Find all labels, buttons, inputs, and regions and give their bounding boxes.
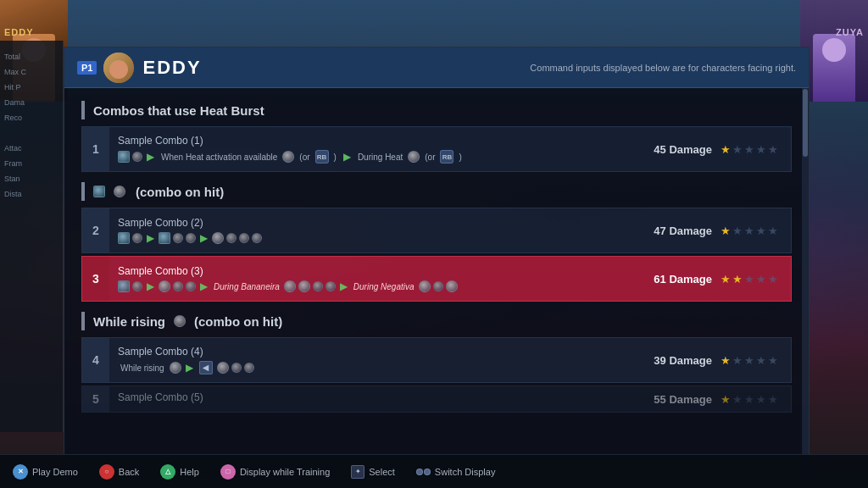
- help-label: Help: [180, 467, 199, 477]
- input-icon: [132, 233, 142, 243]
- combo-row-active[interactable]: 3 Sample Combo (3) ▶ ▶ During Bananeira: [81, 256, 792, 302]
- input-or2: (or: [425, 152, 435, 162]
- star-1: ★: [721, 273, 731, 286]
- section-bar: [81, 312, 85, 330]
- combo-number: 4: [82, 338, 109, 382]
- input-icon: [326, 281, 336, 291]
- character-name-left: EDDY: [4, 27, 34, 37]
- combo-list-heat-burst: 1 Sample Combo (1) ▶ When Heat activatio…: [81, 126, 792, 172]
- combo-stats: 47 Damage ★ ★ ★ ★ ★: [654, 225, 791, 237]
- bottom-switch-display[interactable]: Switch Display: [416, 467, 496, 477]
- input-icon: [298, 280, 310, 292]
- header-bar: P1 EDDY Command inputs displayed below a…: [64, 47, 809, 88]
- header-hint: Command inputs displayed below are for c…: [530, 63, 796, 73]
- combo-name: Sample Combo (1): [118, 135, 645, 147]
- arrow-icon: ▶: [200, 280, 208, 292]
- stat-attack: Attac: [4, 141, 58, 156]
- damage-value: 55 Damage: [654, 393, 712, 406]
- combo-content: Sample Combo (4) While rising ▶ ◀: [109, 341, 654, 380]
- input-icon: [313, 281, 323, 291]
- section-bar: [81, 101, 85, 119]
- x-button-icon: ✕: [13, 464, 28, 480]
- combo-stats: 61 Damage ★ ★ ★ ★ ★: [654, 273, 791, 286]
- star-5: ★: [768, 273, 778, 286]
- bottom-bar: ✕ Play Demo ○ Back △ Help □ Display whil…: [0, 454, 868, 488]
- section-heat-burst-header: Combos that use Heat Burst: [81, 101, 792, 119]
- bottom-help[interactable]: △ Help: [160, 464, 199, 480]
- scrollbar[interactable]: [802, 88, 809, 478]
- star-4: ★: [756, 393, 766, 406]
- damage-value: 61 Damage: [654, 273, 712, 286]
- input-icon: [284, 280, 296, 292]
- side-stats-panel: Total Max C Hit P Dama Reco Attac Fram S…: [0, 41, 64, 432]
- stat-max: Max C: [4, 64, 58, 80]
- arrow-icon: ▶: [340, 280, 348, 292]
- combo-inputs: ▶ When Heat activation available (or RB …: [118, 150, 645, 164]
- combo-inputs: ▶ ▶: [118, 232, 645, 244]
- star-2: ★: [732, 143, 743, 156]
- content-area: Combos that use Heat Burst 1 Sample Comb…: [64, 88, 809, 478]
- section-icon2: [114, 186, 125, 197]
- star-rating: ★ ★ ★ ★ ★: [721, 393, 778, 406]
- input-icon: [419, 280, 431, 292]
- combo-row[interactable]: 2 Sample Combo (2) ▶ ▶: [81, 208, 792, 253]
- combo-row[interactable]: 4 Sample Combo (4) While rising ▶ ◀ 39 D…: [81, 337, 792, 383]
- damage-value: 47 Damage: [654, 225, 712, 237]
- section-icon: [174, 315, 186, 327]
- star-rating: ★ ★ ★ ★ ★: [721, 143, 778, 156]
- damage-value: 39 Damage: [654, 354, 712, 367]
- combo-stats: 39 Damage ★ ★ ★ ★ ★: [654, 354, 791, 367]
- bottom-play-demo[interactable]: ✕ Play Demo: [13, 464, 78, 480]
- combo-number: 1: [82, 127, 109, 171]
- star-3: ★: [744, 143, 754, 156]
- stat-recovery: Reco: [4, 110, 58, 125]
- stat-total: Total: [4, 49, 58, 64]
- combo-list-combo-hit: 2 Sample Combo (2) ▶ ▶: [81, 208, 792, 302]
- bottom-back[interactable]: ○ Back: [99, 464, 139, 480]
- select-label: Select: [369, 467, 395, 477]
- star-1: ★: [721, 225, 731, 237]
- input-icon: [433, 281, 443, 291]
- stat-distance: Dista: [4, 186, 58, 202]
- star-3: ★: [744, 354, 754, 367]
- input-label: When Heat activation available: [161, 152, 277, 162]
- input-icon: [118, 280, 130, 292]
- arrow-icon: ▶: [343, 151, 351, 163]
- combo-inputs: While rising ▶ ◀: [118, 361, 645, 374]
- combo-inputs: ▶ ▶ During Bananeira ▶ During Negativa: [118, 280, 645, 292]
- section-while-rising-header: While rising (combo on hit): [81, 312, 792, 330]
- triangle-button-icon: △: [160, 464, 175, 480]
- combo-stats: 45 Damage ★ ★ ★ ★ ★: [654, 143, 791, 156]
- player-avatar-header: [103, 53, 134, 83]
- star-5: ★: [768, 393, 778, 406]
- star-4: ★: [756, 225, 766, 237]
- combo-name: Sample Combo (2): [118, 217, 645, 229]
- combo-row[interactable]: 1 Sample Combo (1) ▶ When Heat activatio…: [81, 126, 792, 172]
- while-rising-label: While rising: [120, 363, 164, 373]
- input-icon: [132, 281, 142, 291]
- combo-number: 2: [82, 208, 109, 252]
- section-bar: [81, 182, 85, 201]
- input-rb2-icon: RB: [440, 150, 453, 164]
- stat-hit: Hit P: [4, 80, 58, 95]
- switch-display-icons: [416, 469, 431, 475]
- star-3: ★: [744, 393, 754, 406]
- bottom-display-training[interactable]: □ Display while Training: [220, 464, 330, 480]
- player-name: EDDY: [142, 57, 201, 79]
- input-icon: [173, 233, 183, 243]
- arrow-icon: ▶: [200, 232, 208, 244]
- input-close-paren2: ): [459, 152, 461, 162]
- combo-row[interactable]: 5 Sample Combo (5) 55 Damage ★ ★ ★ ★ ★: [81, 385, 792, 413]
- combo-content: Sample Combo (2) ▶ ▶: [109, 212, 654, 249]
- input-icon: [170, 362, 181, 374]
- combo-list-while-rising: 4 Sample Combo (4) While rising ▶ ◀ 39 D…: [81, 337, 792, 413]
- combo-content: Sample Combo (1) ▶ When Heat activation …: [109, 130, 654, 169]
- star-3: ★: [744, 273, 754, 286]
- star-2: ★: [732, 225, 743, 237]
- star-2: ★: [732, 393, 743, 406]
- combo-number: 3: [82, 257, 109, 301]
- section-icon: [93, 186, 105, 197]
- input-icon: [446, 280, 458, 292]
- scroll-thumb[interactable]: [803, 89, 808, 157]
- bottom-select[interactable]: ✦ Select: [351, 465, 395, 479]
